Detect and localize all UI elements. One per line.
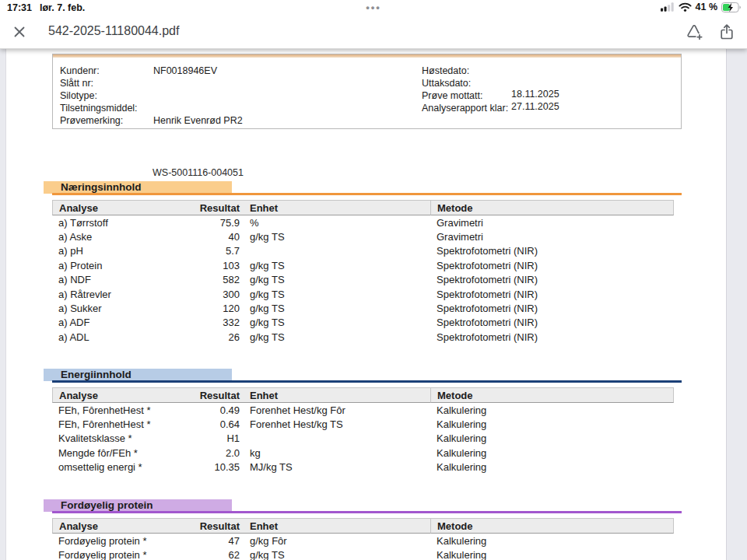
cell: %	[243, 215, 430, 229]
analysis-table: AnalyseResultatEnhetMetodeFordøyelig pro…	[52, 518, 674, 560]
info-label: Analyserapport klar:	[422, 103, 508, 114]
column-header: Resultat	[180, 387, 243, 403]
cell: Gravimetri	[430, 215, 674, 229]
cell: g/kg Fôr	[243, 534, 430, 548]
analysis-table: AnalyseResultatEnhetMetodea) Tørrstoff75…	[52, 200, 674, 345]
column-header: Analyse	[52, 200, 180, 215]
cell: 47	[180, 534, 243, 548]
section-highlight: Fordøyelig protein	[44, 499, 232, 512]
info-value: NF0018946EV	[153, 65, 217, 76]
cell: Kvalitetsklasse *	[52, 432, 180, 446]
section-rule	[52, 193, 682, 195]
cell: Forenhet Hest/kg Fôr	[243, 403, 430, 417]
section-rule	[52, 380, 682, 383]
info-label: Prøvemerking:	[60, 115, 123, 126]
cell: Spektrofotometri (NIR)	[430, 287, 674, 301]
cell: Kalkulering	[430, 534, 674, 548]
cell: 40	[180, 229, 243, 243]
cell: Forenhet Hest/kg TS	[243, 417, 430, 431]
info-column-right: Høstedato: Uttaksdato: Prøve mottatt: 18…	[422, 65, 508, 115]
cell: Spektrofotometri (NIR)	[430, 244, 674, 258]
multitask-handle[interactable]: •••	[0, 2, 747, 13]
cell: FEh, FôrenhetHest *	[52, 417, 180, 431]
info-table-accent-line	[53, 54, 681, 58]
column-header: Metode	[430, 200, 674, 215]
info-row: Uttaksdato:	[422, 78, 508, 90]
cell: g/kg TS	[243, 301, 430, 315]
annotate-add-icon	[685, 23, 703, 41]
cell: Kalkulering	[430, 432, 674, 446]
section-highlight: Næringsinnhold	[44, 181, 232, 194]
cell: g/kg TS	[243, 316, 430, 330]
info-row: Prøve mottatt: 18.11.2025	[422, 90, 508, 103]
cell: Kalkulering	[430, 403, 674, 417]
cell: Spektrofotometri (NIR)	[430, 258, 674, 272]
pdf-viewer-toolbar: 542-2025-11180044.pdf	[0, 16, 747, 48]
info-value: 18.11.2025	[511, 89, 559, 100]
close-icon	[13, 26, 26, 38]
close-button[interactable]	[12, 25, 26, 39]
column-header: Analyse	[52, 518, 180, 534]
cell: Spektrofotometri (NIR)	[430, 301, 674, 315]
info-row: Analyserapport klar: 27.11.2025	[422, 103, 508, 115]
share-icon	[717, 23, 736, 41]
column-header: Enhet	[243, 518, 430, 534]
info-row: Kundenr: NF0018946EV	[60, 65, 138, 78]
section-title: Energiinnhold	[61, 369, 132, 381]
cell	[243, 244, 430, 258]
pdf-scroll-area[interactable]: Kundenr: NF0018946EV Slått nr: Silotype:…	[0, 48, 747, 560]
info-row: Prøvemerking: Henrik Evenrød PR2	[60, 115, 138, 128]
status-bar: 17:31 lør. 7. feb. ••• 41 %	[0, 0, 747, 16]
column-header: Resultat	[180, 518, 243, 534]
cell: Spektrofotometri (NIR)	[430, 273, 674, 287]
section-highlight: Energiinnhold	[44, 369, 232, 381]
column-header: Analyse	[52, 387, 180, 403]
cell: 5.7	[180, 244, 243, 258]
cell: g/kg TS	[243, 273, 430, 287]
cell: a) NDF	[52, 273, 180, 287]
cell: 300	[180, 287, 243, 301]
cell: 0.49	[180, 403, 243, 417]
share-button[interactable]	[717, 23, 736, 41]
cell: Spektrofotometri (NIR)	[430, 330, 674, 344]
cell: a) Sukker	[52, 301, 180, 315]
battery-percent: 41 %	[696, 2, 718, 12]
cell: MJ/kg TS	[243, 460, 430, 474]
cell: kg	[243, 446, 430, 460]
cell: H1	[180, 432, 243, 446]
cell: a) Råtrevler	[52, 287, 180, 301]
info-row: Silotype:	[60, 90, 138, 103]
cell: g/kg TS	[243, 229, 430, 243]
wifi-icon	[679, 2, 692, 12]
column-header: Metode	[430, 387, 674, 403]
cell: Mengde fôr/FEh *	[52, 446, 180, 460]
cell: g/kg TS	[243, 548, 430, 560]
section-rule	[52, 511, 682, 513]
info-row: Slått nr:	[60, 78, 138, 90]
cell: g/kg TS	[243, 330, 430, 344]
cell: 332	[180, 316, 243, 330]
document-title: 542-2025-11180044.pdf	[48, 24, 179, 38]
cell: 75.9	[180, 215, 243, 229]
info-value: 27.11.2025	[511, 101, 559, 112]
cell: Kalkulering	[430, 417, 674, 431]
section-title: Næringsinnhold	[61, 181, 142, 194]
cell: Fordøyelig protein *	[52, 548, 180, 560]
info-label: Kundenr:	[60, 65, 100, 76]
cell: g/kg TS	[243, 287, 430, 301]
cell: 2.0	[180, 446, 243, 460]
cell: 0.64	[180, 417, 243, 431]
cell: a) pH	[52, 244, 180, 258]
cell: Gravimetri	[430, 229, 674, 243]
annotate-button[interactable]	[685, 23, 703, 41]
info-label: Silotype:	[60, 90, 97, 101]
cell: 120	[180, 301, 243, 315]
cell: 582	[180, 273, 243, 287]
column-header: Enhet	[243, 200, 430, 215]
info-row: Tilsetningsmiddel:	[60, 103, 138, 115]
sample-info-table: Kundenr: NF0018946EV Slått nr: Silotype:…	[52, 54, 682, 129]
cellular-signal-icon	[661, 2, 675, 12]
info-row: Høstedato:	[422, 65, 508, 78]
pdf-page: Kundenr: NF0018946EV Slått nr: Silotype:…	[5, 48, 727, 560]
cell: FEh, FôrenhetHest *	[52, 403, 180, 417]
